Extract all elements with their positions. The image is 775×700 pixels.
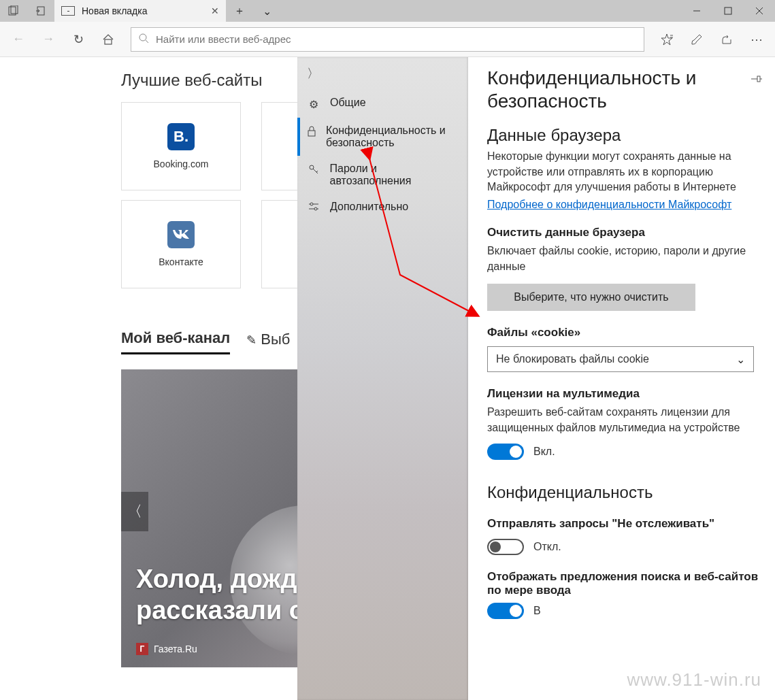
key-icon [307,164,320,178]
browser-data-heading: Данные браузера [487,126,763,145]
svg-rect-8 [105,39,112,44]
set-aside-tabs-button[interactable] [0,0,27,22]
refresh-button[interactable]: ↻ [64,25,93,54]
home-button[interactable] [94,25,122,54]
clear-data-heading: Очистить данные браузера [487,226,763,239]
content-area: Лучшие веб-сайты B. Booking.com Вконтакт… [0,57,775,700]
favorites-button[interactable] [653,25,681,54]
close-window-button[interactable] [744,0,775,22]
feed-tab-choose[interactable]: ✎Выб [246,331,290,354]
cookies-heading: Файлы «cookie» [487,326,763,339]
nav-item-passwords[interactable]: Пароли и автозаполнения [297,156,468,194]
media-toggle[interactable] [487,444,524,460]
select-value: Не блокировать файлы cookie [496,353,649,365]
maximize-button[interactable] [712,0,744,22]
page-icon: ··· [61,6,75,16]
forward-button[interactable]: → [34,25,63,54]
tile-label: Вконтакте [159,256,203,267]
hero-prev-button[interactable]: 〈 [121,492,148,531]
svg-rect-23 [757,76,760,82]
hero-source: Г Газета.Ru [136,643,197,655]
suggestions-toggle[interactable] [487,603,524,619]
settings-panel: Конфиденциальность и безопасность Данные… [468,57,775,700]
svg-rect-5 [725,7,731,14]
dnt-heading: Отправлять запросы "Не отслеживать" [487,517,763,531]
nav-label: Дополнительно [330,201,408,213]
tile-logo [167,221,195,248]
suggestions-toggle-label: В [533,605,541,617]
settings-back-button[interactable]: 〉 [297,57,468,90]
chevron-down-icon: ⌄ [736,353,745,366]
feed-tab-myfeed[interactable]: Мой веб-канал [121,329,230,354]
nav-item-privacy[interactable]: Конфиденциальность и безопасность [297,118,468,156]
new-tab-button[interactable]: ＋ [226,0,253,22]
show-aside-tabs-button[interactable] [27,0,54,22]
address-bar[interactable] [131,27,644,52]
cookies-select[interactable]: Не блокировать файлы cookie ⌄ [487,346,754,372]
titlebar: ··· Новая вкладка ✕ ＋ ⌄ [0,0,775,22]
more-button[interactable]: ⋯ [742,25,771,54]
sliders-icon [307,202,320,214]
pencil-icon: ✎ [246,333,257,347]
browser-tab[interactable]: ··· Новая вкладка ✕ [54,0,226,22]
lock-icon [307,126,316,139]
tile-logo: B. [167,123,195,150]
titlebar-drag-area [280,0,681,22]
minimize-button[interactable] [681,0,712,22]
tab-title: Новая вкладка [82,5,204,16]
svg-point-19 [310,203,313,205]
watermark: www.911-win.ru [627,669,761,690]
media-desc: Разрешить веб-сайтам сохранять лицензии … [487,405,763,435]
media-heading: Лицензии на мультимедиа [487,387,763,401]
suggestions-heading: Отображать предложения поиска и веб-сайт… [487,570,763,597]
nav-label: Конфиденциальность и безопасность [326,124,459,149]
media-toggle-label: Вкл. [533,446,555,458]
tile-label: Booking.com [154,159,209,169]
nav-item-advanced[interactable]: Дополнительно [297,194,468,221]
choose-clear-button[interactable]: Выберите, что нужно очистить [487,284,695,311]
svg-line-17 [316,171,318,172]
browser-data-desc: Некоторые функции могут сохранять данные… [487,149,763,195]
tab-actions: ＋ ⌄ [226,0,280,22]
dnt-toggle[interactable] [487,539,524,555]
nav-item-general[interactable]: ⚙ Общие [297,90,468,118]
svg-line-10 [146,40,148,43]
dnt-toggle-label: Откл. [533,541,561,553]
source-name: Газета.Ru [154,644,197,654]
nav-label: Общие [330,97,366,109]
privacy-link[interactable]: Подробнее о конфиденциальности Майкрософ… [487,199,731,211]
clear-data-desc: Включает файлы cookie, историю, пароли и… [487,244,763,274]
topsite-tile[interactable]: B. Booking.com [121,102,241,190]
back-button[interactable]: ← [4,25,33,54]
topsite-tile[interactable]: Вконтакте [121,200,241,288]
search-icon [138,33,149,46]
tab-menu-button[interactable]: ⌄ [253,0,280,22]
address-input[interactable] [156,33,637,45]
toolbar: ← → ↻ ⋯ [0,22,775,57]
notes-button[interactable] [682,25,711,54]
privacy-heading: Конфиденциальность [487,483,763,502]
svg-rect-14 [308,131,315,136]
share-button[interactable] [712,25,741,54]
nav-label: Пароли и автозаполнения [330,163,459,187]
svg-point-21 [314,207,317,210]
svg-point-9 [139,34,146,41]
panel-title: Конфиденциальность и безопасность [487,67,744,112]
pin-button[interactable] [751,73,763,87]
settings-nav: 〉 ⚙ Общие Конфиденциальность и безопасно… [297,57,468,700]
gear-icon: ⚙ [307,98,320,111]
close-tab-button[interactable]: ✕ [211,5,219,16]
source-badge: Г [136,643,148,655]
titlebar-left [0,0,54,22]
